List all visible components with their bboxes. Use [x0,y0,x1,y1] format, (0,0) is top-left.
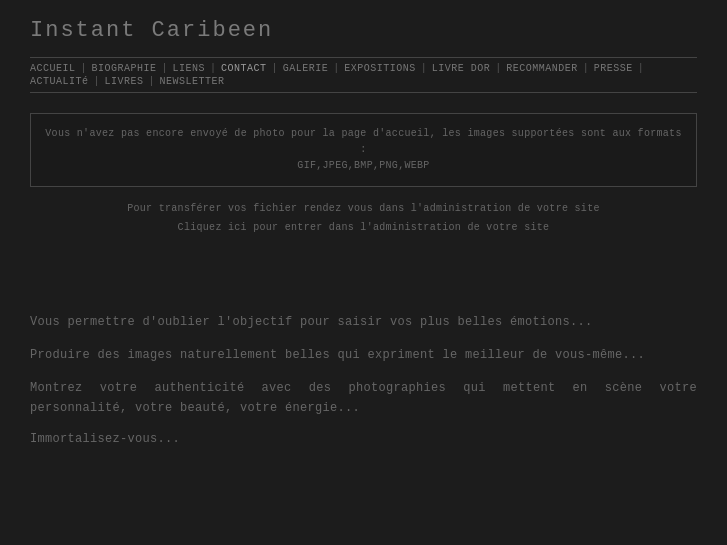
nav-sep: | [162,63,168,74]
taglines-section: Vous permettre d'oublier l'objectif pour… [0,313,727,476]
spacer [0,253,727,313]
header: Instant Caribeen ACCUEIL | BIOGRAPHIE | … [0,0,727,93]
nav-sep: | [81,63,87,74]
transfer-text: Pour transférer vos fichier rendez vous … [30,203,697,214]
nav-sep: | [333,63,339,74]
tagline-4: Immortalisez-vous... [30,432,697,446]
site-title: Instant Caribeen [30,18,697,43]
nav-item-expositions[interactable]: EXPOSITIONS [344,63,416,74]
warning-box: Vous n'avez pas encore envoyé de photo p… [30,113,697,187]
nav-item-biographie[interactable]: BIOGRAPHIE [92,63,157,74]
warning-text-line2: GIF,JPEG,BMP,PNG,WEBP [43,158,684,174]
nav-item-livres[interactable]: LIVRES [105,76,144,87]
nav-item-contact[interactable]: CONTACT [221,63,267,74]
nav-item-presse[interactable]: PRESSE [594,63,633,74]
navigation: ACCUEIL | BIOGRAPHIE | LIENS | CONTACT |… [30,57,697,93]
nav-item-galerie[interactable]: GALERIE [283,63,329,74]
nav-sep: | [495,63,501,74]
nav-sep: | [583,63,589,74]
nav-item-accueil[interactable]: ACCUEIL [30,63,76,74]
app: Instant Caribeen ACCUEIL | BIOGRAPHIE | … [0,0,727,545]
nav-item-actualite[interactable]: ACTUALITé [30,76,89,87]
nav-sep: | [210,63,216,74]
warning-text-line1: Vous n'avez pas encore envoyé de photo p… [43,126,684,158]
nav-row-1: ACCUEIL | BIOGRAPHIE | LIENS | CONTACT |… [30,63,697,74]
nav-sep: | [638,63,644,74]
content-area: Vous n'avez pas encore envoyé de photo p… [0,93,727,253]
nav-sep: | [94,76,100,87]
nav-sep: | [149,76,155,87]
nav-item-newsletter[interactable]: NEWSLETTER [160,76,225,87]
nav-item-recommander[interactable]: RECOMMANDER [506,63,578,74]
tagline-1: Vous permettre d'oublier l'objectif pour… [30,313,697,332]
nav-sep: | [272,63,278,74]
tagline-3: Montrez votre authenticité avec des phot… [30,379,697,417]
nav-item-liens[interactable]: LIENS [173,63,206,74]
nav-sep: | [421,63,427,74]
admin-link[interactable]: Cliquez ici pour entrer dans l'administr… [30,222,697,233]
tagline-2: Produire des images naturellement belles… [30,346,697,365]
nav-item-livredur[interactable]: LIVRE DOR [432,63,491,74]
nav-row-2: ACTUALITé | LIVRES | NEWSLETTER [30,76,697,87]
